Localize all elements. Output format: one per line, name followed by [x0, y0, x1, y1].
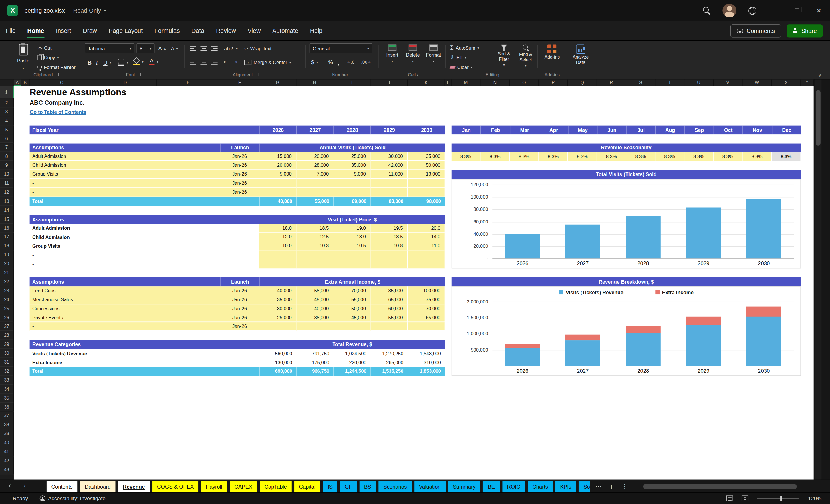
- menu-data[interactable]: Data: [186, 21, 210, 40]
- next-sheet-button[interactable]: ›: [23, 482, 26, 490]
- sheet-tab-cf[interactable]: CF: [340, 481, 357, 493]
- column-header-I[interactable]: I: [333, 80, 371, 86]
- sheet-tab-valuation[interactable]: Valuation: [414, 481, 445, 493]
- column-header-M[interactable]: M: [452, 80, 481, 86]
- align-center-button[interactable]: [199, 58, 209, 67]
- normal-view-button[interactable]: [727, 496, 733, 501]
- row-header-1[interactable]: 1: [0, 86, 14, 99]
- format-painter-button[interactable]: Format Painter: [36, 62, 77, 71]
- column-header-N[interactable]: N: [481, 80, 510, 86]
- column-header-E[interactable]: E: [157, 80, 220, 86]
- row-header-42[interactable]: 42: [0, 456, 14, 465]
- align-bottom-button[interactable]: [210, 44, 219, 53]
- row-header-5[interactable]: 5: [0, 125, 14, 134]
- more-sheets-button[interactable]: ⋯: [593, 483, 604, 490]
- sheet-tab-is[interactable]: IS: [323, 481, 338, 493]
- dialog-launcher-icon[interactable]: [351, 73, 354, 76]
- menu-view[interactable]: View: [242, 21, 266, 40]
- merge-center-button[interactable]: ↔Merge & Center▾: [243, 58, 293, 67]
- vertical-scrollbar-thumb[interactable]: [816, 90, 821, 146]
- row-header-20[interactable]: 20: [0, 259, 14, 268]
- sheet-tab-cogs-opex[interactable]: COGS & OPEX: [152, 481, 198, 493]
- row-header-12[interactable]: 12: [0, 188, 14, 197]
- underline-button[interactable]: U▾: [101, 58, 113, 67]
- increase-decimal-button[interactable]: ←.0: [346, 58, 356, 67]
- row-header-14[interactable]: 14: [0, 206, 14, 215]
- horizontal-scrollbar-thumb[interactable]: [643, 484, 797, 490]
- column-header-C[interactable]: C: [30, 80, 94, 86]
- user-avatar[interactable]: [723, 4, 736, 18]
- row-header-36[interactable]: 36: [0, 403, 14, 412]
- restore-button[interactable]: [786, 0, 808, 21]
- sheet-tab-bs[interactable]: BS: [359, 481, 376, 493]
- row-header-41[interactable]: 41: [0, 447, 14, 456]
- column-header-Q[interactable]: Q: [568, 80, 597, 86]
- italic-button[interactable]: I: [94, 58, 99, 67]
- delete-cells-button[interactable]: Delete▾: [403, 43, 422, 71]
- column-header-H[interactable]: H: [296, 80, 333, 86]
- column-header-G[interactable]: G: [259, 80, 296, 86]
- column-header-L[interactable]: L: [445, 80, 452, 86]
- menu-review[interactable]: Review: [210, 21, 242, 40]
- fill-button[interactable]: ⇩Fill▾: [448, 53, 491, 62]
- grow-font-button[interactable]: A▴: [157, 44, 167, 53]
- clear-button[interactable]: Clear▾: [448, 62, 491, 71]
- row-header-7[interactable]: 7: [0, 143, 14, 152]
- row-header-8[interactable]: 8: [0, 152, 14, 161]
- align-left-button[interactable]: [189, 58, 198, 67]
- column-header-D[interactable]: D: [94, 80, 156, 86]
- row-header-2[interactable]: 2: [0, 98, 14, 107]
- fill-color-button[interactable]: ▾: [131, 57, 145, 66]
- row-header-35[interactable]: 35: [0, 393, 14, 403]
- comma-style-button[interactable]: ,: [336, 58, 341, 67]
- row-header-31[interactable]: 31: [0, 358, 14, 367]
- row-header-33[interactable]: 33: [0, 376, 14, 385]
- sheet-tab-dashboard[interactable]: Dashboard: [80, 481, 116, 493]
- sheet-tab-scenarios[interactable]: Scenarios: [379, 481, 412, 493]
- row-header-28[interactable]: 28: [0, 331, 14, 340]
- sheet-tab-contents[interactable]: Contents: [46, 481, 77, 493]
- menu-insert[interactable]: Insert: [50, 21, 77, 40]
- share-button[interactable]: Share: [787, 24, 823, 37]
- row-header-32[interactable]: 32: [0, 367, 14, 376]
- number-format-select[interactable]: General▾: [310, 43, 372, 54]
- title-dropdown-icon[interactable]: ▾: [104, 8, 106, 13]
- row-header-30[interactable]: 30: [0, 349, 14, 358]
- row-header-9[interactable]: 9: [0, 161, 14, 170]
- bold-button[interactable]: B: [86, 58, 93, 67]
- dialog-launcher-icon[interactable]: [255, 73, 259, 76]
- row-header-23[interactable]: 23: [0, 286, 14, 295]
- sheet-tab-captable[interactable]: CapTable: [260, 481, 292, 493]
- dialog-launcher-icon[interactable]: [56, 73, 59, 76]
- column-header-K[interactable]: K: [408, 80, 445, 86]
- borders-button[interactable]: ▾: [117, 58, 130, 67]
- column-header-Y[interactable]: Y: [801, 80, 813, 86]
- row-header-27[interactable]: 27: [0, 322, 14, 331]
- menu-page-layout[interactable]: Page Layout: [103, 21, 149, 40]
- sort-filter-button[interactable]: Sort & Filter▾: [493, 43, 515, 71]
- wrap-text-button[interactable]: ↩Wrap Text: [243, 44, 273, 53]
- row-header-4[interactable]: 4: [0, 117, 14, 125]
- new-sheet-button[interactable]: +: [607, 482, 616, 491]
- column-header-W[interactable]: W: [743, 80, 772, 86]
- row-header-16[interactable]: 16: [0, 224, 14, 232]
- prev-sheet-button[interactable]: ‹: [8, 482, 11, 490]
- column-header-P[interactable]: P: [539, 80, 568, 86]
- align-top-button[interactable]: [189, 44, 198, 53]
- row-header-40[interactable]: 40: [0, 439, 14, 447]
- addins-button[interactable]: Add-ins: [541, 43, 564, 71]
- column-header-T[interactable]: T: [655, 80, 684, 86]
- row-header-18[interactable]: 18: [0, 242, 14, 251]
- sheet-tab-kpis[interactable]: KPIs: [555, 481, 576, 493]
- row-header-24[interactable]: 24: [0, 295, 14, 304]
- font-name-select[interactable]: Tahoma▾: [85, 43, 134, 54]
- accounting-format-button[interactable]: $▾: [310, 58, 320, 67]
- increase-indent-button[interactable]: ⇥: [232, 58, 239, 67]
- row-header-15[interactable]: 15: [0, 215, 14, 224]
- row-header-19[interactable]: 19: [0, 251, 14, 259]
- close-button[interactable]: ×: [808, 0, 830, 21]
- menu-draw[interactable]: Draw: [77, 21, 103, 40]
- row-header-13[interactable]: 13: [0, 197, 14, 206]
- sheet-options-button[interactable]: ⋮: [619, 483, 631, 490]
- percent-style-button[interactable]: %: [327, 58, 334, 67]
